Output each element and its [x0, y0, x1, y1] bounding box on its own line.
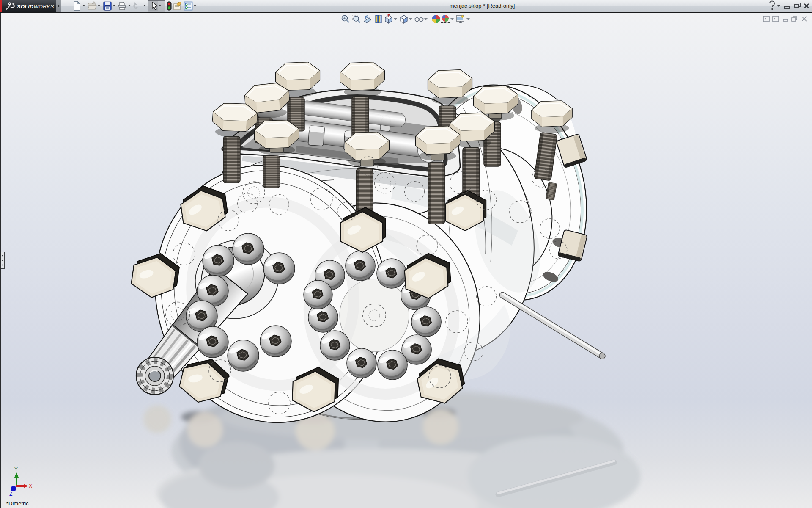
svg-text:SOLIDWORKS: SOLIDWORKS: [17, 4, 54, 10]
svg-text:Z: Z: [9, 491, 12, 497]
svg-text:X: X: [29, 483, 32, 489]
svg-text:Y: Y: [14, 467, 18, 472]
